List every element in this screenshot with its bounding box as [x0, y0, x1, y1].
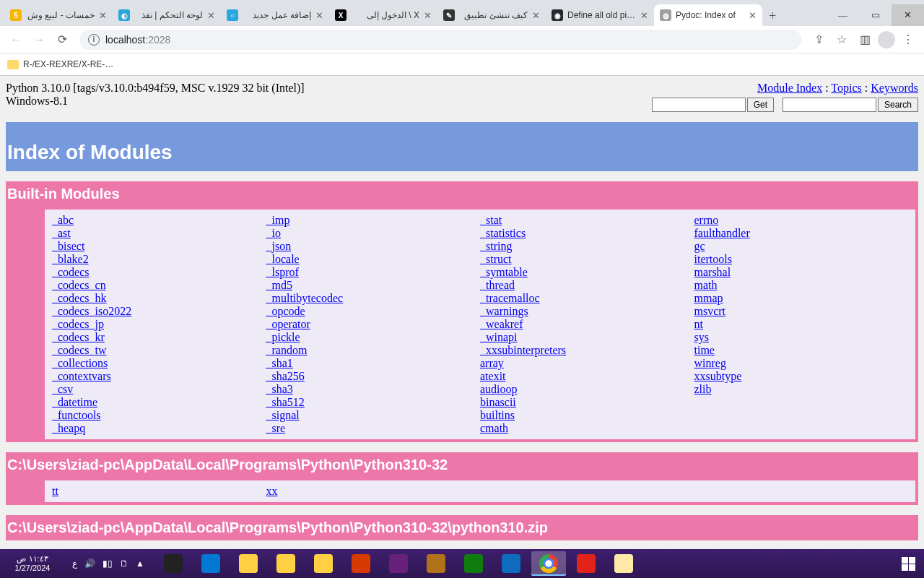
module-link[interactable]: _signal — [266, 409, 481, 422]
module-link[interactable]: _weakref — [480, 318, 694, 331]
module-link[interactable]: gc — [694, 240, 909, 253]
module-link[interactable]: _statistics — [480, 227, 694, 240]
site-info-icon[interactable]: i — [88, 34, 100, 46]
browser-tab[interactable]: ✎كيف تنشئ تطبيق✕ — [437, 4, 546, 26]
module-link[interactable]: _codecs_tw — [52, 344, 266, 357]
taskbar-app[interactable] — [231, 551, 266, 576]
module-link[interactable]: _operator — [266, 318, 481, 331]
link-keywords[interactable]: Keywords — [871, 82, 918, 94]
close-tab-icon[interactable]: ✕ — [640, 10, 648, 21]
module-link[interactable]: _symtable — [480, 266, 694, 279]
module-link[interactable]: _codecs_hk — [52, 292, 266, 305]
menu-icon[interactable]: ⋮ — [898, 30, 918, 50]
module-link[interactable]: _codecs_iso2022 — [52, 305, 266, 318]
module-link[interactable]: _functools — [52, 409, 266, 422]
module-link[interactable]: nt — [694, 318, 909, 331]
network-icon[interactable]: ▮▯ — [103, 558, 113, 569]
module-link[interactable]: _sha256 — [266, 370, 481, 383]
browser-tab[interactable]: ◍Pydoc: Index of✕ — [654, 4, 762, 26]
module-link[interactable]: _sha1 — [266, 357, 481, 370]
address-bar[interactable]: i localhost:2028 — [79, 30, 801, 50]
module-link[interactable]: _opcode — [266, 305, 481, 318]
module-link[interactable]: itertools — [694, 253, 909, 266]
module-link[interactable]: binascii — [480, 396, 694, 409]
taskbar-app[interactable] — [606, 551, 641, 576]
module-link[interactable]: _locale — [266, 253, 481, 266]
get-input[interactable] — [652, 98, 746, 112]
module-link[interactable]: _codecs_kr — [52, 331, 266, 344]
module-link[interactable]: _pickle — [266, 331, 481, 344]
module-link[interactable]: _struct — [480, 253, 694, 266]
module-link[interactable]: _stat — [480, 214, 694, 227]
battery-icon[interactable]: 🗋 — [120, 558, 128, 569]
taskbar-app[interactable] — [306, 551, 341, 576]
module-link[interactable]: _blake2 — [52, 253, 266, 266]
taskbar-app[interactable] — [494, 551, 528, 576]
browser-tab[interactable]: ◐لوحة التحكم | نفذ✕ — [113, 4, 221, 26]
module-link[interactable]: xx — [266, 485, 481, 498]
taskbar-app[interactable] — [156, 551, 191, 576]
module-link[interactable]: marshal — [694, 266, 909, 279]
module-link[interactable]: _csv — [52, 383, 266, 396]
module-link[interactable]: _codecs — [52, 266, 266, 279]
module-link[interactable]: _multibytecodec — [266, 292, 481, 305]
taskbar-app[interactable] — [381, 551, 416, 576]
close-tab-icon[interactable]: ✕ — [532, 10, 540, 21]
module-link[interactable]: tt — [52, 485, 266, 498]
taskbar-app[interactable] — [419, 551, 453, 576]
module-link[interactable]: _winapi — [480, 331, 694, 344]
browser-tab[interactable]: XX \ الدخول إلى✕ — [329, 4, 437, 26]
module-link[interactable]: sys — [694, 331, 909, 344]
close-window-button[interactable]: ✕ — [892, 4, 924, 26]
module-link[interactable]: _codecs_jp — [52, 318, 266, 331]
reload-button[interactable]: ⟳ — [52, 30, 72, 50]
back-button[interactable]: ← — [6, 30, 26, 50]
close-tab-icon[interactable]: ✕ — [99, 10, 107, 21]
browser-tab[interactable]: ◉Define all old pi…✕ — [546, 4, 654, 26]
sidepanel-icon[interactable]: ▥ — [855, 30, 875, 50]
module-link[interactable]: audioop — [480, 383, 694, 396]
taskbar-app[interactable] — [269, 551, 303, 576]
module-link[interactable]: _md5 — [266, 279, 481, 292]
module-link[interactable]: msvcrt — [694, 305, 909, 318]
close-tab-icon[interactable]: ✕ — [315, 10, 323, 21]
search-input[interactable] — [783, 98, 876, 112]
search-button[interactable] — [878, 98, 918, 112]
module-link[interactable]: errno — [694, 214, 909, 227]
module-link[interactable]: _heapq — [52, 422, 266, 435]
module-link[interactable]: atexit — [480, 370, 694, 383]
module-link[interactable]: _random — [266, 344, 481, 357]
link-topics[interactable]: Topics — [831, 82, 861, 94]
module-link[interactable]: builtins — [480, 409, 694, 422]
forward-button[interactable]: → — [29, 30, 49, 50]
link-module-index[interactable]: Module Index — [757, 82, 822, 94]
module-link[interactable]: _collections — [52, 357, 266, 370]
module-link[interactable]: _string — [480, 240, 694, 253]
taskbar-app[interactable] — [344, 551, 378, 576]
module-link[interactable]: _datetime — [52, 396, 266, 409]
taskbar-app-chrome[interactable] — [531, 551, 566, 576]
language-indicator[interactable]: ع — [72, 558, 77, 569]
close-tab-icon[interactable]: ✕ — [424, 10, 432, 21]
module-link[interactable]: _abc — [52, 214, 266, 227]
share-icon[interactable]: ⇪ — [808, 30, 829, 50]
close-tab-icon[interactable]: ✕ — [749, 10, 757, 21]
taskbar-app[interactable] — [193, 551, 228, 576]
module-link[interactable]: xxsubtype — [694, 370, 909, 383]
module-link[interactable]: _json — [266, 240, 481, 253]
start-button[interactable] — [892, 549, 924, 578]
volume-icon[interactable]: 🔊 — [84, 558, 95, 569]
module-link[interactable]: time — [694, 344, 909, 357]
profile-avatar[interactable] — [878, 31, 895, 48]
module-link[interactable]: winreg — [694, 357, 909, 370]
module-link[interactable]: _thread — [480, 279, 694, 292]
module-link[interactable]: _sha512 — [266, 396, 481, 409]
minimize-button[interactable]: — — [827, 4, 859, 26]
module-link[interactable]: mmap — [694, 292, 909, 305]
bookmark-item[interactable]: R-/EX-REXRE/X-RE-… — [23, 59, 113, 69]
new-tab-button[interactable]: + — [762, 6, 783, 26]
action-center-icon[interactable]: ▲ — [136, 558, 144, 569]
module-link[interactable]: _lsprof — [266, 266, 481, 279]
module-link[interactable]: _contextvars — [52, 370, 266, 383]
module-link[interactable]: faulthandler — [694, 227, 909, 240]
